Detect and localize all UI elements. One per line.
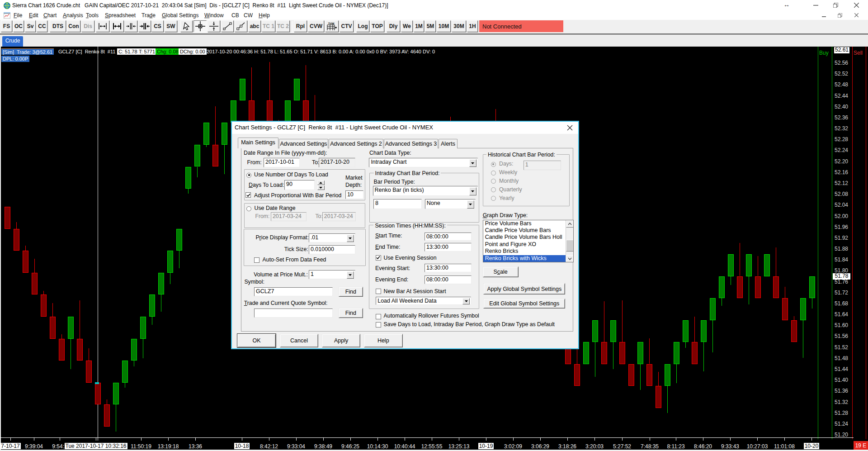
svg-text:TVW: TVW	[328, 22, 335, 25]
